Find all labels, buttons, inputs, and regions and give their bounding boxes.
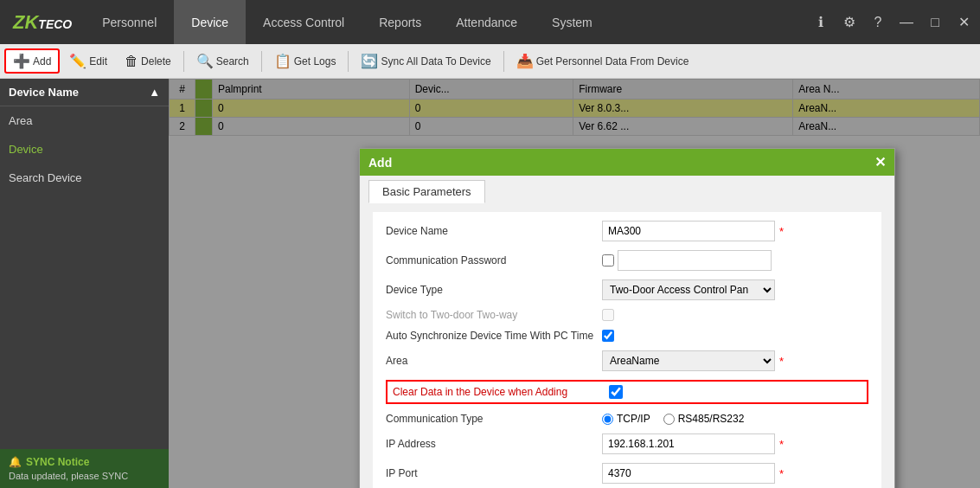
separator: [183, 51, 184, 72]
tab-basic-parameters-label: Basic Parameters: [382, 185, 471, 198]
ip-address-input[interactable]: [602, 433, 775, 454]
sidebar-area-label: Area: [9, 114, 32, 127]
ip-port-input[interactable]: [602, 463, 775, 484]
sync-icon-small: 🔔: [9, 456, 22, 468]
device-type-row: Device Type Two-Door Access Control Pan: [386, 279, 868, 300]
delete-button[interactable]: 🗑 Delete: [117, 50, 179, 73]
logs-icon: 📋: [274, 53, 291, 69]
sidebar-item-area[interactable]: Area: [0, 106, 169, 135]
switch-label: Switch to Two-door Two-way: [386, 309, 602, 321]
ip-address-label: IP Address: [386, 438, 602, 450]
get-logs-label: Get Logs: [294, 55, 336, 67]
search-label: Search: [216, 55, 249, 67]
logo-text: ZKTECO: [13, 11, 72, 34]
nav-item-access-control[interactable]: Access Control: [246, 0, 362, 44]
device-name-row: Device Name *: [386, 221, 868, 241]
sync-notice: 🔔 SYNC Notice Data updated, please SYNC: [0, 449, 169, 488]
auto-sync-label: Auto Synchronize Device Time With PC Tim…: [386, 330, 602, 342]
search-button[interactable]: 🔍 Search: [189, 49, 257, 73]
maximize-icon[interactable]: □: [923, 10, 947, 35]
device-type-select[interactable]: Two-Door Access Control Pan: [602, 279, 775, 300]
modal-title: Add: [368, 156, 392, 170]
get-personnel-icon: 📥: [516, 53, 534, 69]
help-icon[interactable]: ?: [866, 10, 890, 35]
top-nav: ZKTECO Personnel Device Access Control R…: [0, 0, 980, 44]
add-button[interactable]: ➕ Add: [4, 48, 60, 74]
clear-data-label: Clear Data in the Device when Adding: [393, 386, 609, 398]
auto-sync-row: Auto Synchronize Device Time With PC Tim…: [386, 330, 868, 342]
nav-item-device[interactable]: Device: [174, 0, 246, 44]
separator2: [261, 51, 262, 72]
logo: ZKTECO: [0, 11, 85, 34]
main-layout: Device Name ▲ Area Device Search Device …: [0, 79, 980, 488]
sidebar-header: Device Name ▲: [0, 79, 169, 106]
device-name-required: *: [779, 225, 784, 238]
comm-type-row: Communication Type TCP/IP RS485/RS232: [386, 413, 868, 425]
comm-password-checkbox[interactable]: [602, 254, 614, 266]
ip-address-required: *: [779, 438, 784, 451]
ip-port-row: IP Port *: [386, 463, 868, 484]
gear-icon[interactable]: ⚙: [837, 10, 862, 35]
tcp-label: TCP/IP: [617, 413, 650, 425]
nav-item-attendance[interactable]: Attendance: [439, 0, 535, 44]
nav-item-personnel[interactable]: Personnel: [85, 0, 174, 44]
switch-row: Switch to Two-door Two-way: [386, 309, 868, 321]
device-type-label: Device Type: [386, 284, 602, 296]
sync-all-label: Sync All Data To Device: [381, 55, 490, 67]
nav-right: ℹ ⚙ ? — □ ✕: [809, 10, 980, 35]
area-select[interactable]: AreaName: [602, 350, 775, 371]
sidebar-collapse-icon[interactable]: ▲: [149, 86, 160, 99]
rs485-radio[interactable]: [663, 414, 675, 425]
close-icon[interactable]: ✕: [951, 10, 976, 35]
modal-close-button[interactable]: ✕: [874, 154, 886, 170]
device-name-input[interactable]: [602, 221, 775, 241]
get-personnel-button[interactable]: 📥 Get Personnel Data From Device: [509, 49, 697, 73]
comm-password-label: Communication Password: [386, 254, 602, 266]
sidebar-title: Device Name: [9, 86, 79, 99]
tab-basic-parameters[interactable]: Basic Parameters: [368, 180, 485, 203]
edit-button[interactable]: ✏️ Edit: [61, 49, 115, 73]
modal-header: Add ✕: [360, 149, 894, 176]
edit-icon: ✏️: [69, 53, 86, 69]
tcp-radio[interactable]: [602, 414, 613, 425]
ip-port-label: IP Port: [386, 467, 602, 479]
area-label: Area: [386, 355, 602, 367]
ip-port-required: *: [779, 467, 784, 480]
clear-data-row: Clear Data in the Device when Adding: [386, 380, 868, 404]
toolbar: ➕ Add ✏️ Edit 🗑 Delete 🔍 Search 📋 Get Lo…: [0, 44, 980, 79]
add-device-modal: Add ✕ Basic Parameters Device Name *: [359, 148, 895, 488]
rs485-label: RS485/RS232: [678, 413, 745, 425]
search-icon: 🔍: [196, 53, 214, 69]
tcp-radio-label[interactable]: TCP/IP: [602, 413, 650, 425]
get-logs-button[interactable]: 📋 Get Logs: [266, 49, 344, 73]
content-area: # Palmprint Devic... Firmware Area N... …: [169, 79, 980, 488]
minimize-icon[interactable]: —: [894, 10, 919, 35]
sync-notice-text: Data updated, please SYNC: [9, 471, 160, 481]
ip-address-row: IP Address *: [386, 433, 868, 454]
comm-type-label: Communication Type: [386, 413, 602, 425]
delete-label: Delete: [141, 55, 171, 67]
add-icon: ➕: [13, 53, 30, 69]
tab-bar: Basic Parameters: [368, 180, 886, 203]
clear-data-checkbox[interactable]: [609, 385, 623, 399]
rs485-radio-label[interactable]: RS485/RS232: [663, 413, 745, 425]
edit-label: Edit: [89, 55, 107, 67]
sidebar-search-device-label: Search Device: [9, 171, 82, 184]
comm-password-row: Communication Password: [386, 250, 868, 271]
sidebar-device-label: Device: [9, 143, 43, 156]
info-icon[interactable]: ℹ: [809, 10, 833, 35]
modal-form: Device Name * Communication Password Dev…: [373, 212, 881, 488]
nav-item-system[interactable]: System: [535, 0, 610, 44]
switch-checkbox[interactable]: [602, 309, 614, 321]
sync-notice-header: 🔔 SYNC Notice: [9, 456, 160, 468]
area-row: Area AreaName *: [386, 350, 868, 371]
comm-password-input[interactable]: [618, 250, 772, 271]
sync-all-button[interactable]: 🔄 Sync All Data To Device: [353, 49, 498, 73]
sidebar-item-device[interactable]: Device: [0, 135, 169, 164]
auto-sync-checkbox[interactable]: [602, 330, 614, 342]
sidebar-item-search-device[interactable]: Search Device: [0, 164, 169, 192]
separator3: [348, 51, 349, 72]
sync-icon: 🔄: [361, 53, 378, 69]
nav-item-reports[interactable]: Reports: [362, 0, 439, 44]
sync-notice-title: SYNC Notice: [26, 456, 89, 468]
